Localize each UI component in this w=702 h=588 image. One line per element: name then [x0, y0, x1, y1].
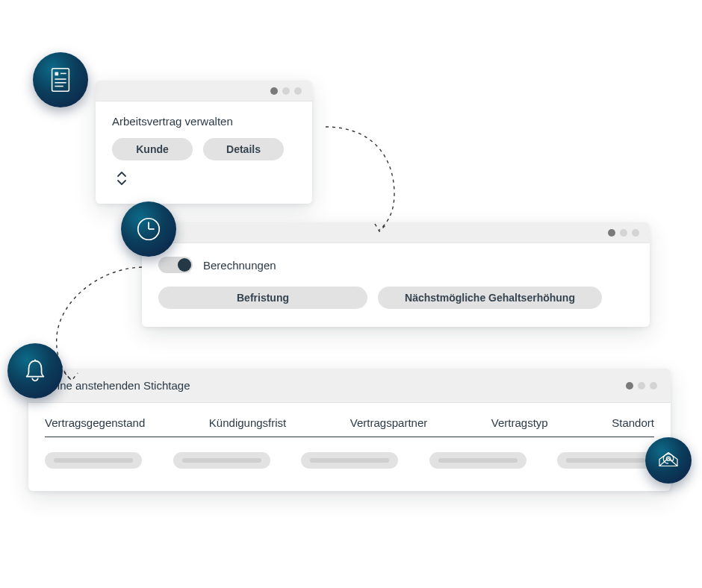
- table-cell-placeholder: [45, 452, 142, 469]
- col-header: Vertragsgegenstand: [45, 416, 145, 429]
- chevron-down-icon: [117, 179, 127, 186]
- svg-rect-0: [52, 69, 69, 91]
- col-header: Kündigungsfrist: [209, 416, 286, 429]
- table-cell-placeholder: [429, 452, 526, 469]
- table-cell-placeholder: [301, 452, 398, 469]
- window-dots: [626, 382, 657, 390]
- stepper[interactable]: [117, 171, 127, 186]
- document-icon: [33, 52, 88, 107]
- col-header: Vertragspartner: [350, 416, 427, 429]
- col-header: Vertragstyp: [491, 416, 548, 429]
- toggle-label: Berechnungen: [203, 259, 276, 272]
- window-dot: [626, 382, 633, 390]
- mail-at-icon: [645, 437, 692, 484]
- connector-arrow: [312, 119, 409, 239]
- window-dot: [638, 382, 645, 390]
- clock-icon: [121, 201, 176, 257]
- table-divider: [45, 437, 654, 437]
- chevron-up-icon: [117, 171, 127, 178]
- details-button[interactable]: Details: [203, 138, 284, 160]
- calculations-toggle[interactable]: [158, 257, 193, 273]
- window-dots: [608, 229, 639, 237]
- svg-rect-1: [55, 72, 58, 76]
- table-cell-placeholder: [173, 452, 270, 469]
- window-dot: [608, 229, 615, 237]
- window-title: Arbeitsvertrag verwalten: [112, 115, 296, 128]
- window-dot: [650, 382, 657, 390]
- window-header: [96, 81, 312, 101]
- bell-icon: [7, 343, 63, 398]
- term-button[interactable]: Befristung: [158, 287, 367, 309]
- next-raise-button[interactable]: Nächstmögliche Gehaltserhöhung: [378, 287, 602, 309]
- table-cell-placeholder: [557, 452, 654, 469]
- customer-button[interactable]: Kunde: [112, 138, 193, 160]
- window-dot: [270, 87, 278, 95]
- window-dots: [270, 87, 302, 95]
- window-dot: [632, 229, 639, 237]
- table-headers: Vertragsgegenstand Kündigungsfrist Vertr…: [45, 416, 654, 429]
- window-dot: [620, 229, 627, 237]
- window-dot: [282, 87, 290, 95]
- table-row: [45, 452, 654, 469]
- toggle-knob: [178, 258, 191, 272]
- window-dot: [294, 87, 302, 95]
- contract-manage-card: Arbeitsvertrag verwalten Kunde Details: [96, 81, 312, 204]
- col-header: Standort: [612, 416, 654, 429]
